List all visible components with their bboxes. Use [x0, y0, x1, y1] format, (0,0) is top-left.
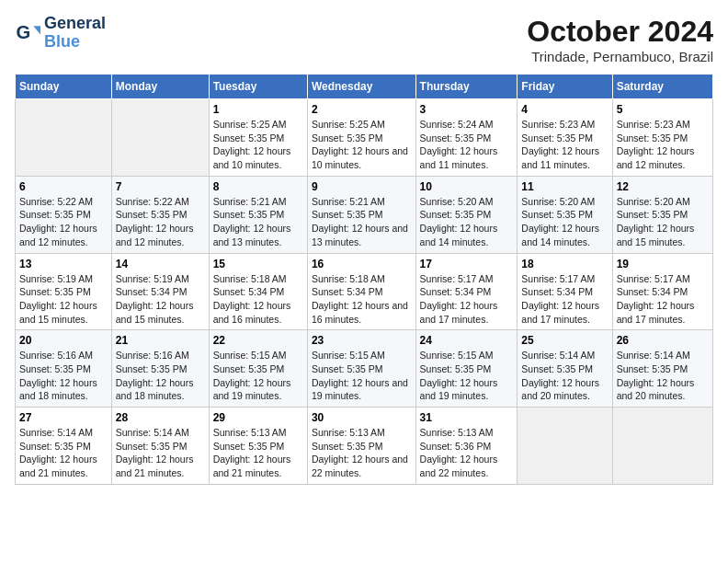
day-number: 29: [213, 411, 303, 424]
sunrise: Sunrise: 5:20 AM: [420, 195, 514, 209]
sunset: Sunset: 5:35 PM: [312, 208, 412, 222]
logo: G General Blue: [15, 15, 106, 52]
svg-marker-1: [33, 26, 40, 34]
header-monday: Monday: [111, 75, 209, 99]
daylight: Daylight: 12 hours and 19 minutes.: [213, 376, 303, 403]
day-number: 22: [213, 334, 303, 347]
day-number: 9: [312, 180, 412, 193]
day-number: 4: [521, 103, 608, 116]
day-info: Sunrise: 5:22 AM Sunset: 5:35 PM Dayligh…: [19, 195, 108, 249]
sunrise: Sunrise: 5:13 AM: [420, 426, 514, 440]
daylight: Daylight: 12 hours and 11 minutes.: [420, 144, 514, 171]
daylight: Daylight: 12 hours and 14 minutes.: [420, 222, 514, 248]
day-cell: 27 Sunrise: 5:14 AM Sunset: 5:35 PM Dayl…: [16, 408, 112, 485]
day-cell: 9 Sunrise: 5:21 AM Sunset: 5:35 PM Dayli…: [307, 176, 415, 253]
sunrise: Sunrise: 5:14 AM: [116, 426, 205, 440]
sunset: Sunset: 5:35 PM: [19, 440, 108, 454]
day-number: 2: [312, 103, 412, 116]
day-info: Sunrise: 5:16 AM Sunset: 5:35 PM Dayligh…: [19, 349, 108, 403]
daylight: Daylight: 12 hours and 21 minutes.: [19, 453, 108, 479]
week-row-2: 13 Sunrise: 5:19 AM Sunset: 5:35 PM Dayl…: [16, 253, 713, 330]
sunrise: Sunrise: 5:19 AM: [19, 272, 108, 286]
day-info: Sunrise: 5:17 AM Sunset: 5:34 PM Dayligh…: [420, 272, 514, 327]
daylight: Daylight: 12 hours and 13 minutes.: [312, 222, 412, 248]
day-cell: 4 Sunrise: 5:23 AM Sunset: 5:35 PM Dayli…: [518, 99, 612, 177]
day-info: Sunrise: 5:13 AM Sunset: 5:36 PM Dayligh…: [420, 426, 514, 480]
daylight: Daylight: 12 hours and 17 minutes.: [617, 299, 709, 326]
day-info: Sunrise: 5:17 AM Sunset: 5:34 PM Dayligh…: [617, 272, 709, 327]
day-info: Sunrise: 5:14 AM Sunset: 5:35 PM Dayligh…: [521, 349, 608, 403]
day-cell: 15 Sunrise: 5:18 AM Sunset: 5:34 PM Dayl…: [209, 253, 307, 330]
day-info: Sunrise: 5:24 AM Sunset: 5:35 PM Dayligh…: [420, 118, 514, 172]
daylight: Daylight: 12 hours and 20 minutes.: [617, 376, 709, 403]
day-cell: 22 Sunrise: 5:15 AM Sunset: 5:35 PM Dayl…: [209, 330, 307, 408]
sunset: Sunset: 5:34 PM: [521, 285, 608, 299]
day-cell: 2 Sunrise: 5:25 AM Sunset: 5:35 PM Dayli…: [307, 99, 415, 177]
daylight: Daylight: 12 hours and 10 minutes.: [213, 144, 303, 171]
day-number: 27: [19, 411, 108, 424]
sunrise: Sunrise: 5:14 AM: [617, 349, 709, 362]
daylight: Daylight: 12 hours and 14 minutes.: [521, 222, 608, 248]
daylight: Daylight: 12 hours and 19 minutes.: [312, 376, 412, 403]
daylight: Daylight: 12 hours and 15 minutes.: [617, 222, 709, 248]
sunset: Sunset: 5:35 PM: [617, 362, 709, 376]
logo-blue: Blue: [44, 33, 106, 52]
day-cell: [16, 99, 112, 177]
day-cell: 12 Sunrise: 5:20 AM Sunset: 5:35 PM Dayl…: [612, 176, 712, 253]
calendar-header-row: SundayMondayTuesdayWednesdayThursdayFrid…: [16, 75, 713, 99]
sunset: Sunset: 5:36 PM: [420, 440, 514, 454]
daylight: Daylight: 12 hours and 18 minutes.: [19, 376, 108, 403]
sunset: Sunset: 5:35 PM: [521, 208, 608, 222]
sunset: Sunset: 5:35 PM: [213, 208, 303, 222]
day-cell: 7 Sunrise: 5:22 AM Sunset: 5:35 PM Dayli…: [111, 176, 209, 253]
day-cell: 6 Sunrise: 5:22 AM Sunset: 5:35 PM Dayli…: [16, 176, 112, 253]
day-cell: [612, 408, 712, 485]
day-cell: 29 Sunrise: 5:13 AM Sunset: 5:35 PM Dayl…: [209, 408, 307, 485]
day-info: Sunrise: 5:14 AM Sunset: 5:35 PM Dayligh…: [19, 426, 108, 480]
day-number: 6: [19, 180, 108, 193]
sunset: Sunset: 5:35 PM: [213, 440, 303, 454]
week-row-1: 6 Sunrise: 5:22 AM Sunset: 5:35 PM Dayli…: [16, 176, 713, 253]
day-cell: 24 Sunrise: 5:15 AM Sunset: 5:35 PM Dayl…: [415, 330, 518, 408]
sunrise: Sunrise: 5:20 AM: [617, 195, 709, 209]
day-number: 3: [420, 103, 514, 116]
header-wednesday: Wednesday: [307, 75, 415, 99]
header-friday: Friday: [518, 75, 612, 99]
day-number: 12: [617, 180, 709, 193]
sunset: Sunset: 5:35 PM: [213, 362, 303, 376]
day-cell: 11 Sunrise: 5:20 AM Sunset: 5:35 PM Dayl…: [518, 176, 612, 253]
sunset: Sunset: 5:35 PM: [420, 362, 514, 376]
day-cell: 23 Sunrise: 5:15 AM Sunset: 5:35 PM Dayl…: [307, 330, 415, 408]
day-cell: [111, 99, 209, 177]
daylight: Daylight: 12 hours and 12 minutes.: [19, 222, 108, 248]
sunset: Sunset: 5:35 PM: [116, 440, 205, 454]
sunrise: Sunrise: 5:24 AM: [420, 118, 514, 132]
sunrise: Sunrise: 5:21 AM: [312, 195, 412, 209]
daylight: Daylight: 12 hours and 20 minutes.: [521, 376, 608, 403]
day-number: 31: [420, 411, 514, 424]
sunrise: Sunrise: 5:14 AM: [521, 349, 608, 362]
day-info: Sunrise: 5:13 AM Sunset: 5:35 PM Dayligh…: [213, 426, 303, 480]
sunset: Sunset: 5:34 PM: [213, 285, 303, 299]
daylight: Daylight: 12 hours and 21 minutes.: [116, 453, 205, 479]
daylight: Daylight: 12 hours and 13 minutes.: [213, 222, 303, 248]
sunrise: Sunrise: 5:15 AM: [213, 349, 303, 362]
day-cell: 16 Sunrise: 5:18 AM Sunset: 5:34 PM Dayl…: [307, 253, 415, 330]
daylight: Daylight: 12 hours and 21 minutes.: [213, 453, 303, 479]
svg-text:G: G: [17, 22, 31, 42]
day-number: 21: [116, 334, 205, 347]
sunset: Sunset: 5:35 PM: [116, 208, 205, 222]
sunset: Sunset: 5:35 PM: [617, 208, 709, 222]
day-info: Sunrise: 5:15 AM Sunset: 5:35 PM Dayligh…: [312, 349, 412, 403]
day-cell: 3 Sunrise: 5:24 AM Sunset: 5:35 PM Dayli…: [415, 99, 518, 177]
logo-icon: G: [15, 20, 40, 46]
sunset: Sunset: 5:34 PM: [312, 285, 412, 299]
day-number: 14: [116, 258, 205, 270]
sunrise: Sunrise: 5:15 AM: [420, 349, 514, 362]
sunrise: Sunrise: 5:18 AM: [213, 272, 303, 286]
day-number: 18: [521, 258, 608, 270]
main-title: October 2024: [527, 15, 713, 49]
daylight: Daylight: 12 hours and 12 minutes.: [116, 222, 205, 248]
week-row-3: 20 Sunrise: 5:16 AM Sunset: 5:35 PM Dayl…: [16, 330, 713, 408]
sunset: Sunset: 5:35 PM: [521, 362, 608, 376]
